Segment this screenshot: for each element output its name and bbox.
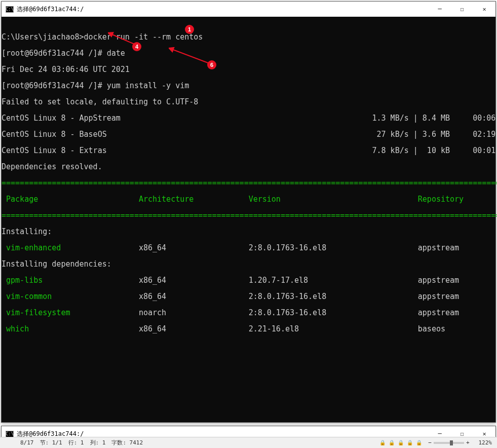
pkg-gpm-libs: gpm-libs x86_64 1.20.7-17.el8 appstream … — [2, 276, 495, 284]
terminal-window-1: C:\ 选择@69d6f31ac744:/ ─ ☐ ✕ C:\Users\jia… — [1, 1, 496, 423]
zoom-track[interactable] — [434, 442, 464, 444]
lock-icon: 🔒 — [389, 440, 395, 446]
term1-line5: Failed to set locale, defaulting to C.UT… — [2, 98, 495, 106]
pkg-name: vim-common — [2, 292, 130, 301]
close-button[interactable]: ✕ — [473, 2, 495, 17]
term1-line3: Fri Dec 24 03:06:46 UTC 2021 — [2, 65, 495, 73]
term1-header: Package Architecture Version Repository … — [2, 195, 495, 203]
pkg-name: vim-enhanced — [2, 243, 130, 252]
editor-statusbar: 8/17 节: 1/1 行: 1 列: 1 字数: 7412 🔒 🔒 🔒 🔒 🔒… — [0, 437, 497, 448]
pkg-name: which — [2, 324, 130, 333]
pkg-details: x86_64 2:8.0.1763-16.el8 appstream 6.3 M — [130, 292, 497, 301]
pkg-vim-enhanced: vim-enhanced x86_64 2:8.0.1763-16.el8 ap… — [2, 244, 495, 252]
pkg-vim-filesystem: vim-filesystem noarch 2:8.0.1763-16.el8 … — [2, 309, 495, 317]
pkg-name: gpm-libs — [2, 276, 130, 285]
status-line: 行: 1 — [68, 439, 84, 446]
term1-sep2: ========================================… — [2, 211, 495, 219]
pkg-vim-common: vim-common x86_64 2:8.0.1763-16.el8 apps… — [2, 292, 495, 301]
status-char-count: 字数: 7412 — [111, 439, 143, 446]
annotation-marker-1: 1 — [185, 25, 194, 34]
term1-line9: Dependencies resolved. — [2, 163, 495, 171]
maximize-button[interactable]: ☐ — [451, 2, 473, 17]
lock-icon: 🔒 — [379, 440, 386, 446]
window-buttons-1: ─ ☐ ✕ — [429, 2, 495, 17]
term1-line4: [root@69d6f31ac744 /]# yum install -y vi… — [2, 82, 495, 90]
term1-line8: CentOS Linux 8 - Extras 7.8 kB/s | 10 kB… — [2, 146, 495, 155]
terminal-output-1[interactable]: C:\Users\jiachao8>docker run -it --rm ce… — [2, 17, 495, 422]
pkg-details: x86_64 1.20.7-17.el8 appstream 39 k — [130, 276, 497, 285]
pkg-name: vim-filesystem — [2, 308, 130, 317]
status-position: 8/17 — [20, 439, 34, 446]
status-col: 列: 1 — [90, 439, 106, 446]
term1-installing: Installing: — [2, 228, 495, 236]
term1-line1: C:\Users\jiachao8>docker run -it --rm ce… — [2, 33, 495, 41]
term1-line7: CentOS Linux 8 - BaseOS 27 kB/s | 3.6 MB… — [2, 130, 495, 138]
cmd-icon: C:\ — [6, 431, 14, 437]
term1-line6: CentOS Linux 8 - AppStream 1.3 MB/s | 8.… — [2, 114, 495, 122]
cmd-icon: C:\ — [6, 6, 14, 13]
minimize-button[interactable]: ─ — [429, 2, 451, 17]
lock-icon: 🔒 — [398, 440, 404, 446]
pkg-details: x86_64 2.21-16.el8 baseos 49 k — [130, 324, 497, 333]
zoom-minus-icon[interactable]: − — [428, 439, 432, 446]
zoom-plus-icon[interactable]: + — [466, 439, 470, 446]
window-title-1: 选择@69d6f31ac744:/ — [17, 5, 426, 14]
zoom-slider[interactable]: − + — [428, 439, 469, 446]
pkg-details: noarch 2:8.0.1763-16.el8 appstream 49 k — [130, 308, 497, 317]
annotation-marker-4: 4 — [132, 42, 141, 51]
zoom-level[interactable]: 122% — [479, 439, 492, 446]
term1-installing-deps: Installing dependencies: — [2, 260, 495, 268]
pkg-details: x86_64 2:8.0.1763-16.el8 appstream 1.4 M — [130, 243, 497, 252]
zoom-thumb[interactable] — [450, 440, 453, 445]
titlebar-1[interactable]: C:\ 选择@69d6f31ac744:/ ─ ☐ ✕ — [2, 2, 495, 17]
lock-icon: 🔒 — [416, 440, 422, 446]
pkg-which: which x86_64 2.21-16.el8 baseos 49 k — [2, 325, 495, 333]
lock-icon: 🔒 — [407, 440, 413, 446]
term1-sep1: ========================================… — [2, 179, 495, 187]
term1-line2: [root@69d6f31ac744 /]# date — [2, 49, 495, 57]
lock-icons: 🔒 🔒 🔒 🔒 🔒 — [379, 440, 422, 446]
annotation-marker-6: 6 — [207, 60, 216, 69]
status-section: 节: 1/1 — [40, 439, 62, 446]
